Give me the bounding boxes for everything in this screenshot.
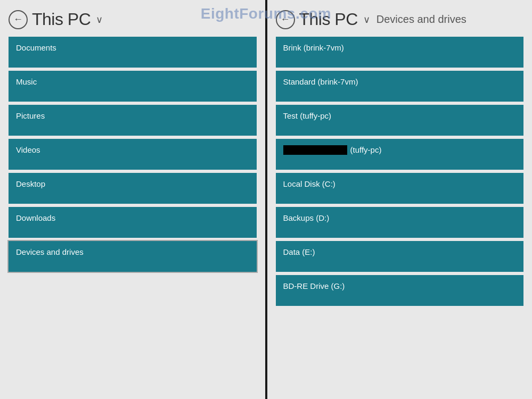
- breadcrumb: Devices and drives: [377, 13, 466, 26]
- right-panel: ← This PC ∨ Devices and drives Brink (br…: [267, 0, 533, 399]
- list-item[interactable]: Downloads: [9, 207, 257, 238]
- list-item-selected[interactable]: Devices and drives: [9, 241, 257, 272]
- left-back-button[interactable]: ←: [9, 10, 28, 29]
- item-label-bdre: BD-RE Drive (G:): [283, 281, 345, 290]
- item-label-music: Music: [16, 77, 37, 86]
- list-item[interactable]: Documents: [9, 37, 257, 68]
- black-bar-icon: [283, 145, 347, 155]
- item-label-devices-drives: Devices and drives: [16, 247, 84, 256]
- right-dropdown-arrow[interactable]: ∨: [363, 14, 370, 26]
- list-item[interactable]: Desktop: [9, 173, 257, 204]
- list-item[interactable]: Standard (brink-7vm): [276, 71, 524, 102]
- list-item[interactable]: Local Disk (C:): [276, 173, 524, 204]
- item-label-backups: Backups (D:): [283, 213, 330, 222]
- list-item[interactable]: Pictures: [9, 105, 257, 136]
- watermark: EightForums.com: [201, 5, 332, 22]
- item-label-documents: Documents: [16, 43, 56, 52]
- left-panel: ← This PC ∨ Documents Music Pictures Vid…: [0, 0, 265, 399]
- item-label-local-disk: Local Disk (C:): [283, 179, 335, 188]
- item-label-videos: Videos: [16, 145, 40, 154]
- left-items-list: Documents Music Pictures Videos Desktop …: [0, 37, 265, 399]
- left-dropdown-arrow[interactable]: ∨: [96, 14, 103, 26]
- item-label-downloads: Downloads: [16, 213, 55, 222]
- list-item[interactable]: BD-RE Drive (G:): [276, 275, 524, 306]
- item-label-brink: Brink (brink-7vm): [283, 43, 344, 52]
- left-panel-title: This PC: [32, 10, 91, 29]
- item-label-standard: Standard (brink-7vm): [283, 77, 358, 86]
- list-item[interactable]: Videos: [9, 139, 257, 170]
- list-item[interactable]: Data (E:): [276, 241, 524, 272]
- right-items-list: Brink (brink-7vm) Standard (brink-7vm) T…: [267, 37, 533, 399]
- item-label-tuffy: (tuffy-pc): [350, 145, 382, 154]
- item-label-desktop: Desktop: [16, 179, 45, 188]
- list-item-blackbar[interactable]: (tuffy-pc): [276, 139, 524, 170]
- item-label-data: Data (E:): [283, 247, 315, 256]
- list-item[interactable]: Brink (brink-7vm): [276, 37, 524, 68]
- item-label-test: Test (tuffy-pc): [283, 111, 332, 120]
- list-item[interactable]: Test (tuffy-pc): [276, 105, 524, 136]
- list-item[interactable]: Music: [9, 71, 257, 102]
- item-label-pictures: Pictures: [16, 111, 45, 120]
- list-item[interactable]: Backups (D:): [276, 207, 524, 238]
